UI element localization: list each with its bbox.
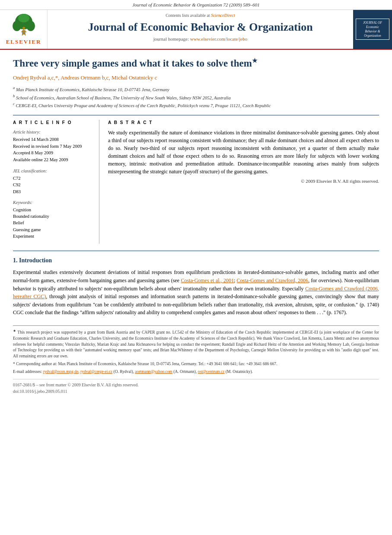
journal-homepage: journal homepage: www.elsevier.com/locat…: [52, 36, 349, 43]
keywords-label: Keywords:: [13, 199, 93, 206]
footer-doi: doi:10.1016/j.jebo.2009.05.011: [13, 389, 379, 395]
homepage-prefix: journal homepage:: [153, 36, 190, 41]
abstract-column: A B S T R A C T We study experimentally …: [108, 120, 379, 244]
revised-date: Received in revised form 7 May 2009: [13, 143, 93, 150]
journal-thumb-inner: JOURNAL OF Economic Behavior & Organizat…: [356, 19, 389, 40]
abstract-header: A B S T R A C T: [108, 120, 379, 126]
journal-thumbnail: JOURNAL OF Economic Behavior & Organizat…: [353, 10, 392, 49]
footer-issn: 0167-2681/$ – see front matter © 2009 El…: [13, 382, 379, 389]
intro-after2: , through joint analysis of initial resp…: [13, 293, 379, 315]
keyword-bounded: Bounded rationality: [13, 213, 93, 220]
jel-c92: C92: [13, 182, 93, 188]
intro-link-costagomes2006[interactable]: Costa-Gomes and Crawford, 2006: [237, 277, 309, 283]
intro-paragraph: Experimental studies extensively documen…: [13, 268, 379, 317]
jel-classification: JEL classification: C72 C92 D83: [13, 168, 93, 195]
homepage-url[interactable]: www.elsevier.com/locate/jebo: [190, 36, 247, 41]
footnote-corresponding: * Corresponding author at: Max Planck In…: [13, 361, 379, 367]
jel-label: JEL classification:: [13, 168, 93, 174]
footnote-star: ★ This research project was supported by…: [13, 328, 379, 360]
email-link-2[interactable]: rydval@cerge-ei.cz: [80, 369, 112, 374]
footer: 0167-2681/$ – see front matter © 2009 El…: [13, 379, 379, 395]
keyword-experiment: Experiment: [13, 233, 93, 239]
journal-top-bar: Journal of Economic Behavior & Organizat…: [0, 0, 392, 10]
affil-c: c CERGE-EI, Charles University Prague an…: [13, 101, 379, 109]
abstract-copyright: © 2009 Elsevier B.V. All rights reserved…: [108, 178, 379, 185]
intro-heading: 1. Introduction: [13, 256, 379, 265]
available-date: Available online 22 May 2009: [13, 156, 93, 163]
thumb-title-line1: JOURNAL OF Economic Behavior & Organizat…: [357, 21, 388, 38]
keyword-guessing: Guessing game: [13, 226, 93, 233]
keywords-group: Keywords: Cognition Bounded rationality …: [13, 199, 93, 239]
science-direct-line: Contents lists available at ScienceDirec…: [52, 13, 349, 19]
elsevier-wordmark: ELSEVIER: [6, 38, 41, 46]
email-after3: (M. Ostatnicky).: [225, 369, 253, 374]
jel-codes: C72 C92 D83: [13, 175, 93, 195]
authors: Ondrej Rydval a,c,*, Andreas Ortmann b,c…: [13, 74, 379, 82]
journal-citation: Journal of Economic Behavior & Organizat…: [132, 2, 260, 7]
jel-d83: D83: [13, 188, 93, 195]
email-after2: (A. Ortmann),: [172, 369, 198, 374]
svg-point-2: [13, 21, 21, 31]
article-info-header: A R T I C L E I N F O: [13, 120, 93, 126]
email-link-4[interactable]: ost@centrum.cz: [198, 369, 225, 374]
svg-point-3: [26, 21, 35, 31]
article-info-abstract: A R T I C L E I N F O Article history: R…: [13, 115, 379, 244]
article-history: Article history: Received 14 March 2008 …: [13, 129, 93, 163]
jel-c72: C72: [13, 175, 93, 182]
journal-title: Journal of Economic Behavior & Organizat…: [52, 20, 349, 34]
science-direct-prefix: Contents lists available at: [166, 13, 211, 18]
journal-header: ELSEVIER Contents lists available at Sci…: [0, 10, 392, 50]
accepted-date: Accepted 8 May 2009: [13, 150, 93, 156]
svg-point-4: [18, 14, 29, 22]
abstract-text: We study experimentally the nature of do…: [108, 129, 379, 175]
article-info-column: A R T I C L E I N F O Article history: R…: [13, 120, 99, 244]
main-content: Three very simple games and what it take…: [0, 50, 392, 403]
email-link-3[interactable]: aortmann@yahoo.com: [135, 369, 172, 374]
keyword-belief: Belief: [13, 220, 93, 226]
title-star: ★: [252, 57, 258, 64]
elsevier-logo: ELSEVIER: [0, 10, 48, 49]
keyword-cognition: Cognition: [13, 207, 93, 213]
elsevier-tree-icon: [11, 13, 37, 37]
journal-center: Contents lists available at ScienceDirec…: [48, 10, 353, 49]
email-link-1[interactable]: rydval@econ.mpg.de: [43, 369, 79, 374]
received-date: Received 14 March 2008: [13, 136, 93, 143]
affil-a: a Max Planck Institute of Economics, Kah…: [13, 85, 379, 93]
page: Journal of Economic Behavior & Organizat…: [0, 0, 392, 535]
affiliations: a Max Planck Institute of Economics, Kah…: [13, 85, 379, 109]
keywords-list: Cognition Bounded rationality Belief Gue…: [13, 207, 93, 239]
affil-b: b School of Economics, Australian School…: [13, 93, 379, 101]
article-title: Three very simple games and what it take…: [13, 57, 379, 70]
svg-point-5: [22, 27, 25, 29]
footnote-email: E-mail addresses: rydval@econ.mpg.de, ry…: [13, 369, 379, 375]
footnote-section: ★ This research project was supported by…: [13, 325, 379, 375]
history-label: Article history:: [13, 129, 93, 135]
section-divider: [13, 251, 379, 251]
intro-sep1: ;: [234, 277, 237, 283]
science-direct-link[interactable]: ScienceDirect: [211, 13, 235, 18]
intro-link-costagomes2001[interactable]: Costa-Gomes et al., 2001: [181, 277, 234, 283]
history-dates: Received 14 March 2008 Received in revis…: [13, 136, 93, 163]
email-after1: (O. Rydval),: [112, 369, 135, 374]
